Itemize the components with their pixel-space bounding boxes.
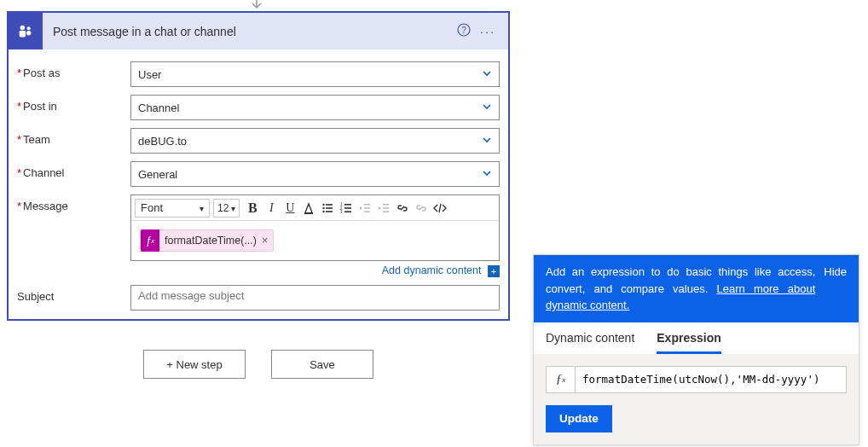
label-channel: Channel bbox=[17, 161, 130, 179]
label-message: Message bbox=[17, 194, 130, 212]
add-dynamic-content-link[interactable]: Add dynamic content + bbox=[130, 264, 500, 277]
tab-expression[interactable]: Expression bbox=[657, 331, 720, 354]
svg-rect-3 bbox=[26, 31, 31, 36]
expression-input[interactable] bbox=[575, 366, 847, 393]
new-step-button[interactable]: + New step bbox=[143, 350, 246, 379]
svg-point-1 bbox=[27, 26, 31, 30]
hide-panel-link[interactable]: Hide bbox=[824, 264, 847, 314]
font-size-select[interactable]: 12 bbox=[213, 199, 240, 218]
svg-rect-6 bbox=[304, 212, 313, 214]
svg-text:?: ? bbox=[461, 26, 466, 35]
unlink-button[interactable] bbox=[412, 199, 431, 218]
chevron-down-icon bbox=[482, 135, 492, 148]
svg-rect-12 bbox=[326, 211, 333, 212]
svg-rect-16 bbox=[344, 207, 351, 209]
post-as-select[interactable]: User bbox=[130, 61, 500, 87]
svg-rect-20 bbox=[364, 207, 370, 209]
teams-icon bbox=[9, 13, 43, 49]
post-in-value: Channel bbox=[138, 102, 179, 114]
channel-select[interactable]: General bbox=[130, 161, 500, 187]
label-post-as: Post as bbox=[17, 61, 130, 79]
message-content-area[interactable]: ƒx formatDateTime(...) × bbox=[131, 221, 499, 260]
action-body: Post as User Post in Channel bbox=[9, 49, 508, 319]
caret-down-icon bbox=[197, 201, 204, 214]
token-label: formatDateTime(...) bbox=[165, 235, 257, 247]
plus-icon: + bbox=[488, 265, 500, 277]
label-team: Team bbox=[17, 128, 130, 146]
label-subject: Subject bbox=[17, 285, 130, 303]
svg-rect-8 bbox=[326, 204, 333, 206]
svg-rect-21 bbox=[364, 211, 370, 212]
label-post-in: Post in bbox=[17, 95, 130, 113]
bold-button[interactable]: B bbox=[243, 199, 262, 218]
team-value: deBUG.to bbox=[138, 135, 187, 148]
underline-button[interactable]: U bbox=[281, 199, 299, 218]
svg-point-0 bbox=[20, 25, 25, 30]
svg-rect-18 bbox=[344, 211, 351, 212]
font-select[interactable]: Font bbox=[135, 199, 210, 218]
subject-input[interactable]: Add message subject bbox=[130, 285, 500, 311]
action-title: Post message in a chat or channel bbox=[43, 25, 452, 38]
fx-icon: ƒx bbox=[546, 366, 575, 393]
expression-panel: Add an expression to do basic things lik… bbox=[533, 254, 859, 445]
team-select[interactable]: deBUG.to bbox=[130, 128, 500, 154]
svg-point-9 bbox=[323, 206, 325, 208]
fx-icon: ƒx bbox=[141, 229, 159, 252]
more-icon[interactable]: ··· bbox=[476, 24, 500, 38]
panel-tabs: Dynamic content Expression bbox=[534, 322, 859, 354]
action-header[interactable]: Post message in a chat or channel ? ··· bbox=[9, 13, 508, 49]
panel-body: ƒx Update bbox=[534, 354, 859, 444]
code-view-button[interactable] bbox=[431, 199, 449, 218]
bullet-list-button[interactable] bbox=[318, 199, 337, 218]
caret-down-icon bbox=[229, 202, 235, 214]
tab-dynamic-content[interactable]: Dynamic content bbox=[546, 331, 634, 354]
link-button[interactable] bbox=[393, 199, 412, 218]
chevron-down-icon bbox=[482, 102, 492, 114]
post-in-select[interactable]: Channel bbox=[130, 95, 500, 120]
help-icon[interactable]: ? bbox=[452, 23, 476, 39]
svg-rect-14 bbox=[344, 204, 351, 206]
indent-button[interactable] bbox=[374, 199, 393, 218]
chevron-down-icon bbox=[482, 168, 492, 181]
save-button[interactable]: Save bbox=[271, 350, 373, 379]
message-editor: Font 12 B I U bbox=[130, 194, 500, 261]
message-toolbar: Font 12 B I U bbox=[131, 195, 499, 221]
svg-rect-2 bbox=[20, 31, 26, 37]
expression-token[interactable]: ƒx formatDateTime(...) × bbox=[140, 229, 274, 252]
svg-point-11 bbox=[323, 210, 325, 212]
post-as-value: User bbox=[138, 68, 161, 81]
update-button[interactable]: Update bbox=[546, 405, 612, 432]
action-buttons-row: + New step Save bbox=[7, 350, 510, 379]
chevron-down-icon bbox=[482, 68, 492, 81]
svg-rect-23 bbox=[383, 207, 389, 209]
remove-token-icon[interactable]: × bbox=[262, 235, 268, 247]
svg-rect-10 bbox=[326, 207, 333, 209]
svg-rect-24 bbox=[383, 211, 389, 212]
svg-point-7 bbox=[323, 203, 325, 205]
number-list-button[interactable]: 123 bbox=[337, 199, 356, 218]
action-card: Post message in a chat or channel ? ··· … bbox=[7, 11, 510, 321]
text-color-button[interactable] bbox=[299, 199, 318, 218]
outdent-button[interactable] bbox=[356, 199, 374, 218]
svg-rect-22 bbox=[383, 204, 389, 206]
svg-rect-19 bbox=[364, 204, 370, 206]
svg-text:3: 3 bbox=[340, 210, 343, 214]
channel-value: General bbox=[138, 168, 177, 181]
italic-button[interactable]: I bbox=[262, 199, 281, 218]
panel-banner: Add an expression to do basic things lik… bbox=[534, 255, 859, 322]
